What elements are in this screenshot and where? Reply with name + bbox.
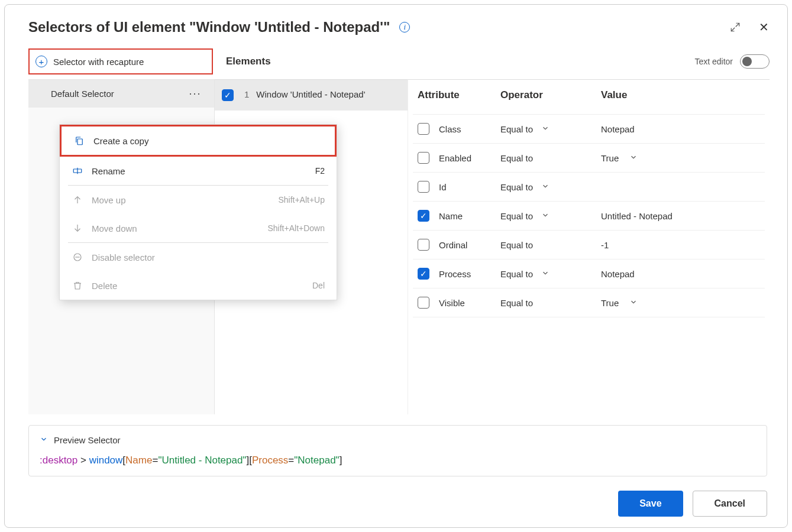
attr-name: Process [439,269,471,279]
chevron-down-icon [541,269,549,279]
footer-actions: Save Cancel [618,491,767,517]
chevron-down-icon [541,182,549,192]
selector-item-default[interactable]: Default Selector ⋮ [28,80,214,108]
selector-item-label: Default Selector [51,89,114,99]
menu-shortcut: Del [312,281,325,290]
attr-row: ClassEqual toNotepad [413,115,765,144]
menu-disable-selector: Disable selector [60,243,337,271]
dialog-body: + Selector with recapture Elements Text … [5,43,787,476]
attr-value[interactable]: Notepad [601,124,760,134]
selector-token: Process [252,455,288,466]
toggle-switch[interactable] [740,54,770,69]
expand-icon[interactable] [729,21,741,33]
selector-token: "Notepad" [294,455,339,466]
col-h-attribute: Attribute [418,89,500,101]
text-editor-toggle[interactable]: Text editor [694,54,770,69]
menu-label: Rename [92,166,125,176]
attr-value[interactable]: True [601,298,760,308]
arrow-up-icon [72,194,83,206]
selector-token: Name [125,455,152,466]
menu-delete: Delete Del [60,271,337,300]
menu-label: Move up [92,195,126,205]
selector-token: window [89,455,123,466]
plus-icon: + [35,56,47,67]
attr-checkbox[interactable] [418,181,429,193]
attr-operator[interactable]: Equal to [500,124,601,134]
menu-label: Delete [92,281,117,291]
menu-label: Disable selector [92,252,155,262]
attr-name: Id [439,182,447,192]
dialog-header: Selectors of UI element "Window 'Untitle… [5,5,787,43]
toggle-knob [742,57,752,66]
preview-selector-text: :desktop > window[Name="Untitled - Notep… [40,455,756,466]
attr-name: Visible [439,298,465,308]
selector-token: :desktop [40,455,77,466]
attr-name: Name [439,211,463,221]
chevron-down-icon [629,298,638,308]
selector-recapture-button[interactable]: + Selector with recapture [28,48,213,74]
menu-shortcut: F2 [315,166,325,176]
menu-create-copy[interactable]: Create a copy [60,125,337,157]
close-icon[interactable]: ✕ [758,21,770,33]
attr-value[interactable]: Notepad [601,269,760,279]
selector-token: > [77,455,89,466]
svg-rect-0 [77,139,82,145]
attr-checkbox[interactable] [418,239,429,251]
attr-row: IdEqual to [413,173,765,202]
selector-token: "Untitled - Notepad" [158,455,246,466]
attr-row: EnabledEqual toTrue [413,144,765,173]
menu-rename[interactable]: Rename F2 [60,157,337,185]
selector-token: = [152,455,158,466]
menu-shortcut: Shift+Alt+Up [278,195,325,205]
attr-operator[interactable]: Equal to [500,298,601,308]
element-row[interactable]: ✓ 1 Window 'Untitled - Notepad' [215,80,408,111]
attr-body: ClassEqual toNotepadEnabledEqual toTrueI… [413,115,765,317]
disable-icon [72,251,83,263]
cancel-button[interactable]: Cancel [693,491,767,517]
selector-token: = [288,455,294,466]
attr-row: OrdinalEqual to-1 [413,231,765,259]
preview-toggle[interactable]: Preview Selector [40,435,756,445]
selector-context-menu: Create a copy Rename F2 Move up Shift+Al… [59,124,337,300]
attr-name: Class [439,124,461,134]
attr-operator[interactable]: Equal to [500,269,601,279]
chevron-down-icon [541,124,549,134]
attr-name: Enabled [439,153,471,163]
selector-token: ] [340,455,342,466]
trash-icon [72,280,83,291]
more-icon[interactable]: ⋮ [188,88,202,99]
attr-operator[interactable]: Equal to [500,211,601,221]
attr-checkbox[interactable] [418,152,429,164]
attr-row: VisibleEqual toTrue [413,288,765,317]
attr-operator[interactable]: Equal to [500,240,601,250]
copy-icon [73,135,85,147]
menu-shortcut: Shift+Alt+Down [268,223,325,233]
attr-operator[interactable]: Equal to [500,182,601,192]
attr-value[interactable]: -1 [601,240,760,250]
attr-checkbox[interactable] [418,123,429,135]
attr-checkbox[interactable] [418,297,429,309]
preview-label: Preview Selector [54,435,121,445]
attr-checkbox[interactable]: ✓ [418,210,429,222]
chevron-down-icon [40,435,48,445]
info-icon[interactable]: i [399,22,410,33]
preview-panel: Preview Selector :desktop > window[Name=… [28,425,767,476]
attributes-panel: Attribute Operator Value ClassEqual toNo… [408,79,770,414]
selectors-dialog: Selectors of UI element "Window 'Untitle… [4,4,788,528]
attr-name: Ordinal [439,240,467,250]
attr-checkbox[interactable]: ✓ [418,268,429,280]
toolbar-row: + Selector with recapture Elements Text … [5,43,787,78]
attr-operator[interactable]: Equal to [500,153,601,163]
attr-value[interactable]: Untitled - Notepad [601,211,760,221]
col-h-value: Value [601,89,760,101]
element-label: Window 'Untitled - Notepad' [256,89,365,99]
menu-move-down: Move down Shift+Alt+Down [60,214,337,242]
element-checkbox[interactable]: ✓ [222,89,234,101]
menu-label: Create a copy [93,136,148,146]
recapture-label: Selector with recapture [53,57,144,67]
save-button[interactable]: Save [618,491,683,517]
attr-row: ✓NameEqual toUntitled - Notepad [413,202,765,231]
attr-row: ✓ProcessEqual toNotepad [413,259,765,288]
attr-header-row: Attribute Operator Value [413,80,765,115]
attr-value[interactable]: True [601,153,760,163]
